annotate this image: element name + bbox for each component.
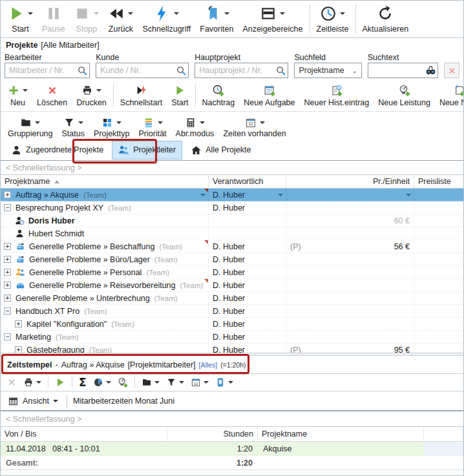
expand-minus-icon[interactable]: − [4,333,11,340]
clear-search-button[interactable] [444,63,459,78]
time-table-header: Von / Bis Stunden Projektname [1,427,463,442]
expand-plus-icon[interactable]: + [15,320,22,327]
table-row[interactable]: −Besprechung Projekt XY(Team)D. Huber [1,202,463,214]
expand-plus-icon[interactable]: + [4,269,11,276]
toolbar-button-neu[interactable]: Neu [3,81,32,109]
table-row[interactable]: −Handbuch XT Pro(Team)D. Huber [1,305,463,318]
new-leistung-button[interactable] [115,376,131,389]
toolbar-button-schnellzugriff[interactable]: Schnellzugriff [138,3,195,36]
toolbar-button-zurück[interactable]: Zurück [103,3,138,36]
team-tag: (Team) [83,191,107,199]
toolbar-button-pause[interactable]: Pause [37,3,69,36]
delete-button[interactable] [4,376,19,389]
project-table-rows: +Auftrag » Akquise(Team)D. Huber−Besprec… [1,189,463,353]
toolbar-button-stopp[interactable]: Stopp [69,3,103,36]
toolbar-button-projekttyp[interactable]: Projekttyp [89,114,134,138]
quick-entry-input-bottom[interactable] [1,411,463,427]
column-header-projektname-bottom[interactable]: Projektname [258,427,424,441]
table-row[interactable]: −Marketing(Team)D. Huber [1,331,463,344]
toolbar-button-zeiten-vorhanden[interactable]: 12Zeiten vorhanden [218,114,290,138]
toolbar-button-priorität[interactable]: Priorität [134,114,171,138]
kunde-input[interactable] [96,63,189,78]
expand-plus-icon[interactable]: + [4,295,11,302]
table-row[interactable]: +Generelle Probleme » Unterbrechung(Team… [1,292,463,305]
column-header-projektname[interactable]: Projektname [1,175,209,188]
column-header-pr-einheit[interactable]: Pr./Einheit [286,175,414,188]
toolbar-button-neuer-hist-eintrag[interactable]: Neuer Hist.eintrag [300,81,374,109]
total-empty [424,456,463,470]
toolbar-button-favoriten[interactable]: Favoriten [195,3,238,36]
table-row[interactable]: +Kapitel "Konfiguration"(Team)D. Huber [1,318,463,331]
responsible: D. Huber [213,191,245,200]
price-list [414,214,463,227]
table-row[interactable]: +Generelle Probleme » Reisevorbereitung(… [1,279,463,292]
tab-projektleiter[interactable]: Projektleiter [112,141,182,160]
magnifier-icon[interactable] [176,65,187,78]
table-row[interactable]: +Auftrag » Akquise(Team)D. Huber [1,189,463,202]
expand-plus-icon[interactable]: + [4,243,11,250]
expand-plus-icon[interactable]: + [4,256,11,263]
hauptprojekt-input[interactable] [195,63,288,78]
table-row[interactable]: +Generelle Probleme » Büro/Lager(Team)D.… [1,253,463,266]
ansicht-button[interactable]: Ansicht [5,394,61,409]
toolbar-button-schnellstart[interactable]: Schnellstart [116,81,167,109]
print-button[interactable] [21,376,44,389]
combo-arrow-icon[interactable] [278,194,283,196]
table-row[interactable]: Doris Huber60 € [1,214,463,227]
toolbar-button-status[interactable]: Status [58,114,89,138]
mobile-button[interactable] [213,376,236,389]
calculator-icon [185,117,196,129]
dropdown-arrow-icon [23,89,28,92]
toolbar-button-gruppierung[interactable]: Gruppierung [3,114,58,138]
toolbar-button-löschen[interactable]: Löschen [32,81,72,109]
toolbar-button-start[interactable]: Start [3,3,37,36]
column-header-stunden[interactable]: Stunden [167,427,258,441]
toolbar-button-drucken[interactable]: Drucken [72,81,111,109]
toolbar-button-abr-modus[interactable]: Abr.modus [171,114,219,138]
sum-button[interactable]: Σ [76,376,89,389]
team-tag: (Team) [159,243,182,251]
table-row[interactable]: +Generelle Probleme » Personal(Team)D. H… [1,266,463,279]
toolbar-button-neue-aufgabe[interactable]: Neue Aufgabe [239,81,299,109]
start-button[interactable] [52,376,68,389]
dropdown-arrow-icon [174,12,179,15]
period-button[interactable]: 12 [188,376,211,389]
filter-button[interactable] [163,376,187,389]
quick-entry-input[interactable] [1,161,463,175]
toolbar-button-label: Status [62,129,85,138]
column-header-von-bis[interactable]: Von / Bis [1,427,167,441]
toolbar-button-neue-notiz[interactable]: Neue Notiz [435,81,464,109]
combo-arrow-icon[interactable] [200,194,206,196]
tab-alle-projekte[interactable]: Alle Projekte [184,141,257,160]
magnifier-icon[interactable] [77,65,88,78]
time-row[interactable]: 11.04.2018 08:41 - 10:01 1:20 Akquise [1,442,463,456]
toolbar-button-neue-leistung[interactable]: Neue Leistung [374,81,435,109]
group-button[interactable] [139,376,162,389]
expand-plus-icon[interactable]: + [15,346,22,353]
toolbar-button-start[interactable]: Start [167,81,193,109]
expand-plus-icon[interactable]: + [4,191,11,198]
binoculars-icon[interactable] [425,65,436,78]
time-row-empty [424,442,463,456]
table-row[interactable]: Hubert Schmidt [1,227,463,240]
chart-button[interactable] [90,376,114,389]
combo-arrow-icon[interactable] [406,194,411,196]
column-header-verantwortlich[interactable]: Verantwortlich [209,175,286,188]
toolbar-button-nachtrag[interactable]: Nachtrag [198,81,240,109]
tab-zugeordnete-projekte[interactable]: Zugeordnete Projekte [5,141,110,160]
back-icon [108,5,125,22]
table-row[interactable]: +Gästebefragung(Team)D. Huber(P)95 € [1,344,463,353]
expand-minus-icon[interactable]: − [4,307,11,315]
dropdown-arrow-icon [53,400,58,402]
suchfeld-select[interactable]: Projektname⌄ [294,63,361,78]
toolbar-button-aktualisieren[interactable]: Aktualisieren [358,3,414,36]
svg-text:12: 12 [193,382,197,386]
toolbar-button-zeitleiste[interactable]: Zeitleiste [312,3,353,36]
toolbar-button-anzeigebereiche[interactable]: Anzeigebereiche [238,3,307,36]
column-header-preisliste[interactable]: Preisliste [414,175,463,188]
project-name: Generelle Probleme » Reisevorbereitung [29,281,176,290]
expand-plus-icon[interactable]: + [4,282,11,289]
expand-minus-icon[interactable]: − [4,204,11,211]
magnifier-icon[interactable] [275,65,286,78]
table-row[interactable]: +Generelle Probleme » Beschaffung(Team)D… [1,240,463,253]
